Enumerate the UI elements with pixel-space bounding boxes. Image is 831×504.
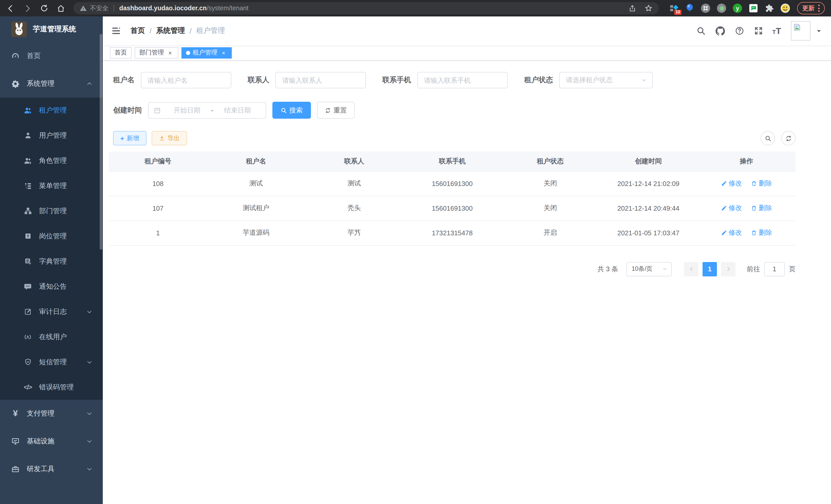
tenant-name-input[interactable] <box>141 72 231 88</box>
status-select-placeholder: 请选择租户状态 <box>566 76 612 85</box>
reload-icon[interactable] <box>40 4 48 12</box>
browser-menu-icon[interactable] <box>818 5 820 12</box>
tenant-users-icon <box>24 106 32 114</box>
sidebar-item-dept[interactable]: 部门管理 <box>0 198 103 224</box>
tags-view-bar: 首页 部门管理 × 租户管理 × <box>103 45 831 61</box>
cell-tenant-id: 1 <box>109 220 207 245</box>
fullscreen-icon[interactable] <box>754 26 763 35</box>
toggle-search-button[interactable] <box>761 131 775 145</box>
avatar[interactable] <box>791 21 810 40</box>
cell-tenant-id: 107 <box>109 196 207 220</box>
sidebar-item-notice[interactable]: 通知公告 <box>0 274 103 299</box>
tag-dept[interactable]: 部门管理 × <box>135 47 178 58</box>
delete-link[interactable]: 删除 <box>751 228 772 237</box>
chevron-down-icon <box>86 359 92 365</box>
next-page-button[interactable] <box>721 262 736 276</box>
add-button[interactable]: + 新增 <box>113 131 146 145</box>
back-icon[interactable] <box>6 4 15 12</box>
font-size-icon[interactable]: TT <box>773 26 781 35</box>
gear-icon <box>11 80 20 88</box>
cell-tenant-name: 测试租户 <box>207 196 305 220</box>
goto-page-input[interactable] <box>764 262 785 276</box>
status-select[interactable]: 请选择租户状态 <box>559 72 653 88</box>
avatar-caret-icon[interactable] <box>816 28 822 34</box>
sidebar-item-audit-log[interactable]: 审计日志 <box>0 299 103 324</box>
tag-close-icon[interactable]: × <box>167 49 174 56</box>
refresh-table-button[interactable] <box>781 131 796 145</box>
download-icon <box>159 135 165 141</box>
extension-recorder-icon[interactable] <box>717 4 726 13</box>
github-icon[interactable] <box>715 26 725 36</box>
edit-link[interactable]: 修改 <box>721 228 742 237</box>
sidebar-item-sms[interactable]: 短信管理 <box>0 349 103 375</box>
url-text[interactable]: dashboard.yudao.iocoder.cn/system/tenant <box>119 5 249 12</box>
extension-y-icon[interactable]: y <box>733 4 742 13</box>
sidebar-item-pay[interactable]: ¥ 支付管理 <box>0 400 103 427</box>
sidebar-item-role[interactable]: 角色管理 <box>0 148 103 173</box>
extensions-puzzle-icon[interactable] <box>765 4 774 13</box>
sidebar-item-post[interactable]: 岗位管理 <box>0 224 103 249</box>
browser-update-button[interactable]: 更新 <box>797 2 825 14</box>
cell-status: 关闭 <box>501 196 600 220</box>
tag-close-icon[interactable]: × <box>220 49 227 56</box>
delete-link[interactable]: 删除 <box>751 179 772 188</box>
extension-command-icon[interactable] <box>701 4 710 13</box>
reset-button[interactable]: 重置 <box>317 102 354 119</box>
help-icon[interactable] <box>735 26 744 35</box>
sidebar-toggle-icon[interactable] <box>111 26 121 36</box>
page-size-select[interactable]: 10条/页 <box>627 262 672 276</box>
logo-image <box>11 22 27 37</box>
sidebar-item-system[interactable]: 系统管理 <box>0 70 103 98</box>
profile-avatar-icon[interactable] <box>781 4 790 13</box>
tag-tenant[interactable]: 租户管理 × <box>181 47 232 58</box>
sidebar-item-online-users[interactable]: 在线用户 <box>0 324 103 349</box>
sidebar-item-label: 系统管理 <box>27 79 55 88</box>
extension-chat-icon[interactable] <box>749 4 758 13</box>
breadcrumb-home[interactable]: 首页 <box>131 26 145 35</box>
sidebar-item-label: 菜单管理 <box>39 181 67 190</box>
sidebar-item-tenant[interactable]: 租户管理 <box>0 98 103 123</box>
dictionary-icon <box>24 257 32 265</box>
breadcrumb-system[interactable]: 系统管理 <box>156 26 185 35</box>
bookmark-star-icon[interactable] <box>644 4 653 12</box>
sidebar-logo[interactable]: 芋道管理系统 <box>0 17 103 42</box>
page-number-1[interactable]: 1 <box>703 262 717 276</box>
sidebar-item-infra[interactable]: 基础设施 <box>0 427 103 455</box>
home-icon[interactable] <box>57 4 65 12</box>
forward-icon[interactable] <box>23 4 32 12</box>
header-search-icon[interactable] <box>696 26 706 35</box>
delete-link[interactable]: 删除 <box>751 203 772 213</box>
extension-tasks-icon[interactable]: 10 <box>669 4 678 13</box>
phone-input[interactable] <box>417 72 508 88</box>
cell-created: 2021-01-05 17:03:47 <box>599 220 697 245</box>
security-warning-icon[interactable] <box>80 5 87 12</box>
tag-label: 首页 <box>115 48 127 57</box>
address-bar[interactable]: 不安全 dashboard.yudao.iocoder.cn/system/te… <box>74 2 659 14</box>
sidebar-item-error-code[interactable]: </> 错误码管理 <box>0 375 103 400</box>
security-label[interactable]: 不安全 <box>90 4 109 12</box>
sidebar-item-home[interactable]: 首页 <box>0 42 103 70</box>
sidebar-item-menu[interactable]: 菜单管理 <box>0 173 103 198</box>
date-range-picker[interactable]: 开始日期 - 结束日期 <box>148 102 266 118</box>
search-icon <box>281 107 287 113</box>
sidebar-item-label: 部门管理 <box>39 206 67 215</box>
extension-balloon-icon[interactable] <box>685 4 694 13</box>
sidebar: 芋道管理系统 首页 系统管理 租户管理 用户管理 角色管理 <box>0 17 103 504</box>
refresh-icon <box>325 107 331 113</box>
contact-input[interactable] <box>276 72 366 88</box>
edit-link[interactable]: 修改 <box>721 179 742 188</box>
edit-link[interactable]: 修改 <box>721 203 742 213</box>
col-phone: 联系手机 <box>403 152 501 171</box>
export-button[interactable]: 导出 <box>151 131 187 145</box>
prev-page-button[interactable] <box>684 262 698 276</box>
search-button[interactable]: 搜索 <box>273 102 311 119</box>
tag-home[interactable]: 首页 <box>110 47 132 58</box>
filter-row-2: 创建时间 开始日期 - 结束日期 搜索 重置 <box>113 102 796 119</box>
sidebar-scrollbar[interactable] <box>100 34 102 250</box>
sidebar-item-devtools[interactable]: 研发工具 <box>0 455 103 483</box>
sidebar-item-user[interactable]: 用户管理 <box>0 123 103 148</box>
message-icon <box>24 282 32 291</box>
share-icon[interactable] <box>629 4 636 12</box>
sidebar-item-dict[interactable]: 字典管理 <box>0 249 103 274</box>
breadcrumb: 首页 / 系统管理 / 租户管理 <box>131 26 225 35</box>
